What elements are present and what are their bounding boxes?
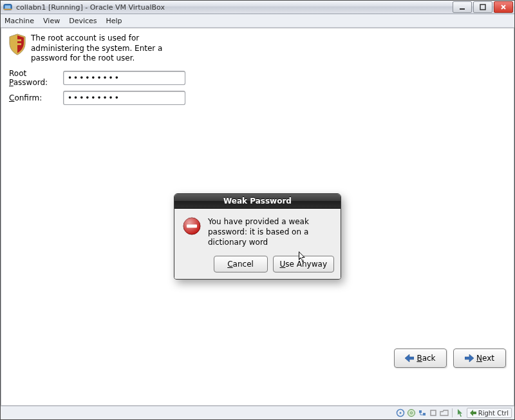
hard-disk-icon[interactable] <box>396 408 405 417</box>
svg-rect-4 <box>480 5 485 10</box>
password-form: Root Password: Confirm: <box>4 68 511 110</box>
weak-password-dialog: Weak Password Yo <box>174 193 341 280</box>
virtualbox-window: collabn1 [Running] - Oracle VM VirtualBo… <box>0 0 515 420</box>
maximize-button[interactable] <box>473 1 492 13</box>
window-title: collabn1 [Running] - Oracle VM VirtualBo… <box>16 3 451 12</box>
root-password-label: Root Password: <box>9 69 63 87</box>
svg-rect-5 <box>14 39 21 41</box>
titlebar: collabn1 [Running] - Oracle VM VirtualBo… <box>1 1 514 14</box>
menu-help[interactable]: Help <box>106 17 122 25</box>
svg-point-11 <box>399 412 401 414</box>
svg-rect-3 <box>460 8 465 10</box>
menu-devices[interactable]: Devices <box>69 17 97 25</box>
guest-viewport: The root account is used for administeri… <box>1 28 514 406</box>
usb-icon[interactable] <box>429 408 438 417</box>
dialog-title: Weak Password <box>174 194 341 209</box>
svg-rect-2 <box>4 9 12 10</box>
svg-rect-1 <box>5 5 11 8</box>
minimize-button[interactable] <box>453 1 472 13</box>
svg-rect-6 <box>14 43 21 45</box>
optical-disk-icon[interactable] <box>407 408 416 417</box>
confirm-password-input[interactable] <box>63 91 185 105</box>
confirm-password-label: Confirm: <box>9 93 63 102</box>
svg-rect-9 <box>187 225 197 228</box>
svg-rect-16 <box>431 410 436 415</box>
host-key-indicator[interactable]: Right Ctrl <box>467 408 512 418</box>
use-anyway-button[interactable]: Use Anyway <box>273 256 334 272</box>
window-controls <box>451 1 513 13</box>
root-password-input[interactable] <box>63 71 185 85</box>
page-header-text: The root account is used for administeri… <box>31 33 185 64</box>
mouse-integration-icon[interactable] <box>456 408 465 417</box>
shared-folders-icon[interactable] <box>440 408 449 417</box>
svg-rect-14 <box>419 410 422 413</box>
page-header: The root account is used for administeri… <box>4 31 511 68</box>
root-shield-icon <box>8 33 27 55</box>
menu-machine[interactable]: Machine <box>5 17 34 25</box>
back-button[interactable]: Back <box>394 348 447 368</box>
error-icon <box>182 216 201 236</box>
next-button[interactable]: Next <box>453 348 506 368</box>
dialog-message: You have provided a weak password: it is… <box>208 216 333 248</box>
close-button[interactable] <box>494 1 513 13</box>
statusbar: Right Ctrl <box>1 406 514 419</box>
wizard-nav: Back Next <box>394 348 506 368</box>
virtualbox-icon <box>3 3 12 12</box>
menu-view[interactable]: View <box>43 17 60 25</box>
svg-point-13 <box>410 412 412 414</box>
network-icon[interactable] <box>418 408 427 417</box>
host-key-label: Right Ctrl <box>478 410 509 417</box>
cancel-button[interactable]: Cancel <box>214 256 268 272</box>
menubar: Machine View Devices Help <box>1 14 514 28</box>
